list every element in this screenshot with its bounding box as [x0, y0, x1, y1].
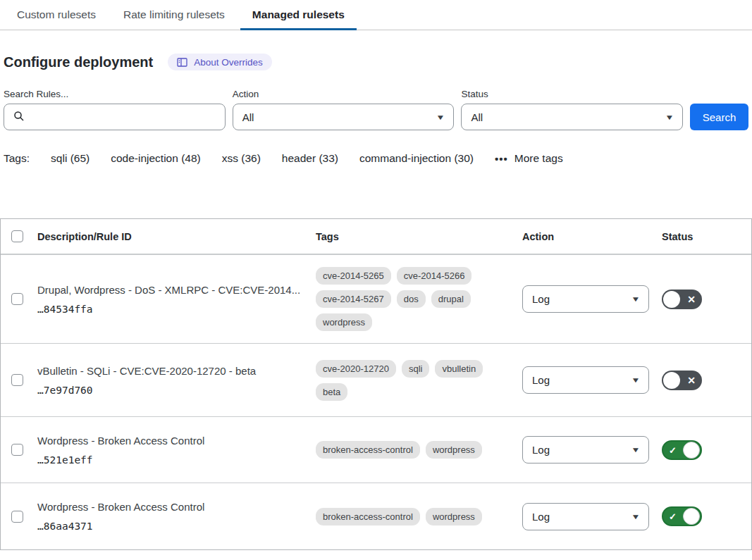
close-icon: ✕ [687, 375, 696, 386]
rule-action-value: Log [532, 293, 550, 305]
chevron-down-icon: ▼ [631, 376, 640, 384]
tag-link-xss[interactable]: xss (36) [222, 152, 261, 165]
search-button[interactable]: Search [690, 104, 748, 130]
rule-action-value: Log [532, 374, 550, 386]
tab-managed-rulesets[interactable]: Managed rulesets [240, 0, 357, 30]
action-filter-select[interactable]: All ▼ [233, 104, 455, 130]
chevron-down-icon: ▼ [436, 113, 445, 121]
ellipsis-icon: ••• [495, 153, 508, 165]
row-checkbox[interactable] [11, 511, 23, 523]
tag-pill: broken-access-control [316, 441, 420, 459]
action-filter-value: All [242, 111, 254, 123]
tag-pill: wordpress [426, 508, 482, 525]
rule-tags: broken-access-control wordpress [316, 508, 522, 525]
page-title: Configure deployment [4, 54, 153, 70]
ruleset-tabbar: Custom rulesets Rate limiting rulesets M… [0, 0, 752, 30]
tag-pill: wordpress [316, 313, 372, 331]
rule-status-toggle[interactable]: ✕ [662, 290, 702, 309]
toggle-knob [663, 291, 680, 308]
filters-row: Search Rules... Action All ▼ Status [4, 89, 748, 130]
chevron-down-icon: ▼ [631, 446, 640, 454]
select-all-checkbox[interactable] [11, 230, 23, 242]
tag-pill: cve-2020-12720 [316, 360, 396, 378]
search-icon [13, 111, 25, 124]
check-icon: ✓ [669, 444, 677, 455]
col-action: Action [522, 231, 662, 242]
tag-pill: sqli [402, 360, 430, 378]
table-row: Wordpress - Broken Access Control …521e1… [1, 416, 751, 483]
search-rules-input[interactable] [31, 104, 216, 130]
rule-action-select[interactable]: Log ▼ [522, 436, 649, 463]
table-row: Drupal, Wordpress - DoS - XMLRPC - CVE:C… [1, 254, 751, 343]
tag-link-code-injection[interactable]: code-injection (48) [111, 152, 201, 165]
chevron-down-icon: ▼ [665, 113, 674, 121]
table-row: Wordpress - Broken Access Control …86aa4… [1, 483, 751, 549]
chevron-down-icon: ▼ [631, 513, 640, 521]
status-filter-value: All [471, 111, 483, 123]
rule-description: Drupal, Wordpress - DoS - XMLRPC - CVE:C… [37, 284, 302, 296]
more-tags-button[interactable]: ••• More tags [495, 152, 563, 165]
rule-tags: broken-access-control wordpress [316, 441, 522, 459]
tag-pill: cve-2014-5265 [316, 267, 391, 285]
status-filter-select[interactable]: All ▼ [461, 104, 683, 130]
tag-link-header[interactable]: header (33) [282, 152, 338, 165]
rule-id: …84534ffa [37, 304, 302, 315]
table-header-row: Description/Rule ID Tags Action Status [1, 219, 751, 254]
rule-action-select[interactable]: Log ▼ [522, 503, 649, 530]
more-tags-label: More tags [514, 152, 563, 165]
rule-description: Wordpress - Broken Access Control [37, 501, 302, 513]
tags-bar: Tags: sqli (65) code-injection (48) xss … [4, 152, 748, 165]
rule-id: …86aa4371 [37, 521, 302, 532]
managed-rules-table: Description/Rule ID Tags Action Status D… [0, 218, 752, 550]
tab-custom-rulesets[interactable]: Custom rulesets [5, 0, 108, 30]
tag-pill: drupal [431, 290, 471, 308]
rule-action-select[interactable]: Log ▼ [522, 285, 649, 313]
rule-status-toggle[interactable]: ✓ [662, 440, 702, 460]
tag-pill: cve-2014-5267 [316, 290, 391, 308]
book-icon [177, 58, 187, 67]
tag-pill: beta [316, 383, 347, 401]
rule-action-value: Log [532, 444, 550, 456]
col-status: Status [662, 231, 751, 242]
row-checkbox[interactable] [11, 374, 23, 386]
col-tags: Tags [316, 231, 522, 242]
row-checkbox[interactable] [11, 293, 23, 305]
about-overrides-badge[interactable]: About Overrides [168, 54, 272, 70]
status-filter-label: Status [461, 89, 683, 99]
tag-link-command-injection[interactable]: command-injection (30) [359, 152, 474, 165]
rule-id: …7e97d760 [37, 385, 302, 396]
tag-pill: cve-2014-5266 [397, 267, 472, 285]
rule-status-toggle[interactable]: ✓ [662, 506, 702, 526]
rule-description: vBulletin - SQLi - CVE:CVE-2020-12720 - … [37, 365, 302, 377]
toggle-knob [683, 508, 700, 525]
rule-id: …521e1eff [37, 454, 302, 466]
close-icon: ✕ [687, 294, 696, 305]
tags-bar-label: Tags: [4, 152, 30, 165]
chevron-down-icon: ▼ [631, 295, 640, 303]
col-description: Description/Rule ID [37, 231, 316, 242]
tag-link-sqli[interactable]: sqli (65) [51, 152, 90, 165]
tag-pill: dos [397, 290, 426, 308]
search-rules-box [4, 104, 226, 130]
rule-action-select[interactable]: Log ▼ [522, 366, 649, 394]
rule-action-value: Log [532, 511, 550, 523]
table-row: vBulletin - SQLi - CVE:CVE-2020-12720 - … [1, 343, 751, 416]
row-checkbox[interactable] [11, 444, 23, 456]
check-icon: ✓ [669, 511, 677, 522]
tag-pill: broken-access-control [316, 508, 420, 525]
rule-status-toggle[interactable]: ✕ [662, 371, 702, 390]
rule-description: Wordpress - Broken Access Control [37, 435, 302, 447]
action-filter-label: Action [233, 89, 455, 99]
search-rules-label: Search Rules... [4, 89, 226, 99]
rule-tags: cve-2020-12720 sqli vbulletin beta [316, 360, 522, 401]
rule-tags: cve-2014-5265 cve-2014-5266 cve-2014-526… [316, 267, 522, 331]
tag-pill: vbulletin [435, 360, 483, 378]
heading-row: Configure deployment About Overrides [4, 54, 748, 70]
about-overrides-label: About Overrides [194, 57, 263, 68]
tag-pill: wordpress [426, 441, 482, 459]
toggle-knob [683, 442, 700, 459]
tab-rate-limiting-rulesets[interactable]: Rate limiting rulesets [111, 0, 237, 30]
toggle-knob [663, 372, 680, 389]
